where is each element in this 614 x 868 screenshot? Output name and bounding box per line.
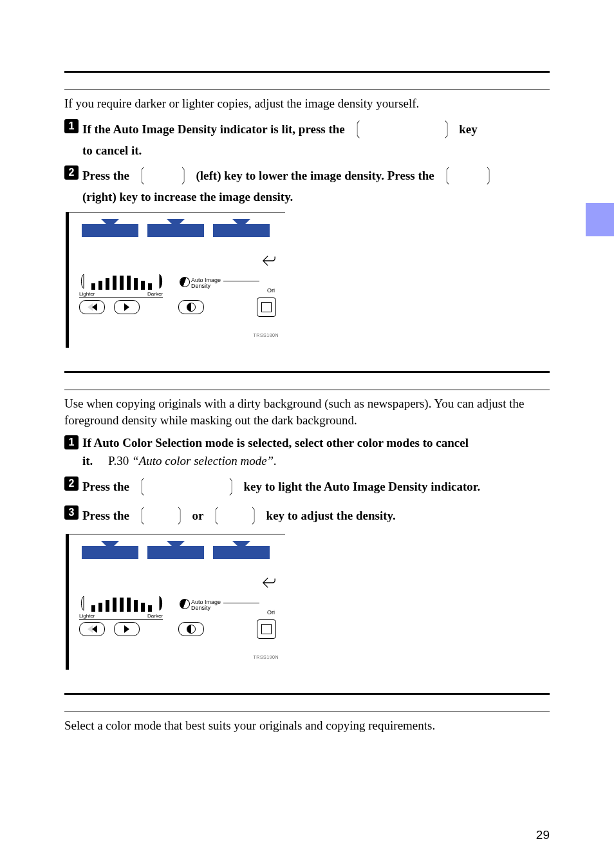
auto-density-button-icon	[178, 622, 204, 636]
section-heading	[64, 373, 550, 390]
auto-density-label: Auto ImageDensity	[191, 278, 221, 289]
step-text: Press the	[82, 169, 133, 182]
lighter-button-icon	[79, 622, 105, 636]
tab-icon	[82, 224, 138, 237]
page-number: 29	[536, 828, 550, 842]
illustration: Lighter Darker Auto ImageDensity Ori TRS…	[66, 212, 550, 348]
lighter-label: Lighter	[79, 291, 95, 297]
step-text: Press the	[82, 480, 133, 493]
auto-density-button-icon	[178, 300, 204, 314]
intro-text: Use when copying originals with a dirty …	[64, 395, 550, 428]
step-number-icon: 3	[64, 505, 79, 520]
step-text: If Auto Color Selection mode is selected…	[82, 436, 469, 449]
step-number-icon: 2	[64, 165, 79, 180]
orientation-button-icon	[257, 297, 276, 317]
darker-button-icon	[114, 622, 140, 636]
section-heading	[64, 695, 550, 712]
step-text: it.	[82, 454, 96, 467]
darker-button-icon	[114, 300, 140, 314]
step-text: key to adjust the density.	[263, 509, 396, 522]
side-tab	[586, 203, 614, 236]
line-icon	[223, 603, 259, 603]
right-bracket-icon: 〕	[251, 502, 259, 529]
auto-density-label: Auto ImageDensity	[191, 599, 221, 611]
page-ref: P.30	[108, 454, 132, 467]
tab-icon	[213, 224, 270, 237]
right-bracket-icon: 〕	[486, 163, 494, 190]
rule	[64, 90, 550, 90]
left-bracket-icon: 〔	[136, 473, 144, 500]
left-bracket-icon: 〔	[136, 163, 144, 190]
intro-text: Select a color mode that best suits your…	[64, 717, 550, 734]
density-gradient-icon	[79, 273, 164, 290]
ori-label: Ori	[267, 609, 275, 616]
figure-code: TRSS190N	[254, 655, 279, 659]
step-1: 1 If Auto Color Selection mode is select…	[64, 435, 550, 469]
page-ref-title: “Auto color selection mode”.	[132, 454, 277, 467]
density-label: Lighter Darker	[79, 613, 163, 620]
tab-icon	[82, 546, 138, 559]
page: If you require darker or lighter copies,…	[0, 0, 614, 764]
right-bracket-icon: 〕	[444, 116, 452, 143]
auto-density-icon	[178, 276, 192, 289]
back-arrow-icon	[262, 255, 276, 267]
ori-label: Ori	[267, 287, 275, 294]
step-text: (left) key to lower the image density. P…	[193, 169, 438, 182]
left-bracket-icon: 〔	[441, 163, 449, 190]
step-text: key	[456, 122, 478, 136]
lighter-button-icon	[79, 300, 105, 314]
step-number-icon: 1	[64, 119, 79, 133]
step-text: (right) key to increase the image densit…	[82, 189, 550, 205]
right-bracket-icon: 〕	[228, 473, 237, 500]
intro-text: If you require darker or lighter copies,…	[64, 95, 550, 112]
step-number-icon: 2	[64, 476, 79, 491]
step-text: Press the	[82, 509, 133, 522]
step-text: If the Auto Image Density indicator is l…	[82, 122, 348, 136]
density-gradient-icon	[79, 595, 164, 612]
illustration: Lighter Darker Auto ImageDensity Ori TRS…	[66, 534, 550, 670]
figure-code: TRSS180N	[254, 333, 279, 337]
orientation-button-icon	[257, 619, 276, 639]
section-heading	[64, 73, 550, 90]
lighter-label: Lighter	[79, 613, 95, 619]
right-bracket-icon: 〕	[177, 502, 185, 529]
step-text: key to light the Auto Image Density indi…	[241, 480, 480, 493]
step-2: 2 Press the 〔〕 (left) key to lower the i…	[64, 165, 550, 205]
tab-icon	[147, 546, 204, 559]
darker-label: Darker	[147, 291, 163, 297]
auto-density-icon	[178, 598, 192, 611]
tab-icon	[147, 224, 204, 237]
rule	[64, 390, 550, 390]
step-text: to cancel it.	[82, 142, 550, 159]
back-arrow-icon	[262, 577, 276, 589]
step-2: 2 Press the 〔〕 key to light the Auto Ima…	[64, 476, 550, 498]
left-bracket-icon: 〔	[210, 502, 218, 529]
tab-icon	[213, 546, 270, 559]
step-1: 1 If the Auto Image Density indicator is…	[64, 118, 550, 159]
line-icon	[223, 281, 259, 281]
right-bracket-icon: 〕	[181, 163, 189, 190]
density-label: Lighter Darker	[79, 291, 163, 298]
rule	[64, 712, 550, 712]
left-bracket-icon: 〔	[351, 116, 360, 143]
step-number-icon: 1	[64, 435, 79, 449]
left-bracket-icon: 〔	[136, 502, 144, 529]
darker-label: Darker	[147, 613, 163, 619]
step-3: 3 Press the 〔〕 or 〔〕 key to adjust the d…	[64, 505, 550, 527]
step-text: or	[189, 509, 207, 522]
